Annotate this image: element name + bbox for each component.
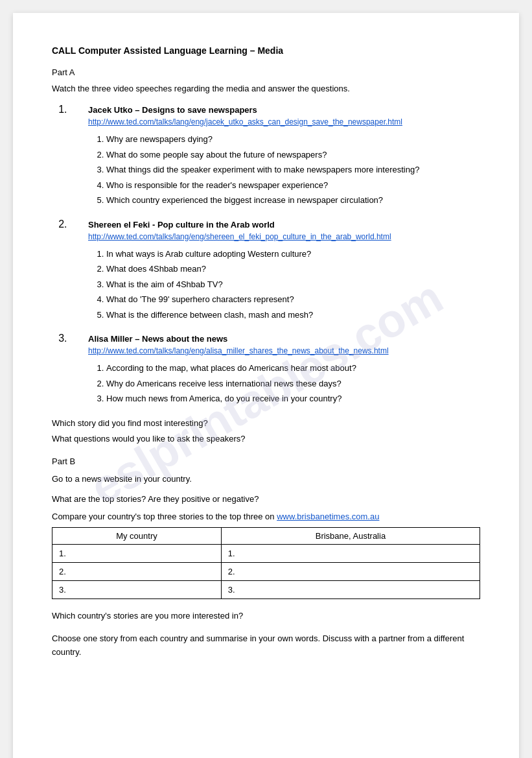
topics-list: Jacek Utko – Designs to save newspapers …: [52, 104, 480, 405]
topic-2-link[interactable]: http://www.ted.com/talks/lang/eng/sheree…: [88, 232, 480, 241]
part-b-question2: Which country's stories are you more int…: [52, 610, 480, 623]
part-b-question1: What are the top stories? Are they posit…: [52, 493, 480, 506]
question-item: In what ways is Arab culture adopting We…: [106, 248, 480, 261]
topic-2: Shereen el Feki - Pop culture in the Ara…: [70, 219, 480, 322]
table-cell: 1.: [221, 545, 480, 563]
table-header-my-country: My country: [52, 528, 222, 545]
question-item: Who is responsible for the reader's news…: [106, 179, 480, 192]
topic-3-questions: According to the map, what places do Ame…: [106, 362, 480, 405]
table-row: 3. 3.: [52, 581, 480, 599]
table-cell: 2.: [221, 563, 480, 581]
question-item: What is the aim of 4Shbab TV?: [106, 278, 480, 291]
question-item: Why do Americans receive less internatio…: [106, 377, 480, 390]
table-cell: 1.: [52, 545, 222, 563]
part-b-instruction: Go to a news website in your country.: [52, 473, 480, 486]
table-cell: 2.: [52, 563, 222, 581]
table-cell: 3.: [221, 581, 480, 599]
part-b-label: Part B: [52, 456, 480, 466]
brisbane-link[interactable]: www.brisbanetimes.com.au: [277, 512, 379, 521]
intro-text: Watch the three video speeches regarding…: [52, 84, 480, 93]
follow-up-2: What questions would you like to ask the…: [52, 432, 480, 446]
topic-2-heading: Shereen el Feki - Pop culture in the Ara…: [88, 220, 480, 230]
question-item: Which country experienced the biggest in…: [106, 194, 480, 207]
question-item: Why are newspapers dying?: [106, 133, 480, 146]
part-b-final: Choose one story from each country and s…: [52, 632, 480, 659]
table-header-brisbane: Brisbane, Australia: [221, 528, 480, 545]
comparison-table: My country Brisbane, Australia 1. 1. 2. …: [52, 527, 480, 599]
question-item: According to the map, what places do Ame…: [106, 362, 480, 375]
part-a-label: Part A: [52, 67, 480, 77]
question-item: What do some people say about the future…: [106, 148, 480, 161]
table-cell: 3.: [52, 581, 222, 599]
topic-1-questions: Why are newspapers dying? What do some p…: [106, 133, 480, 207]
topic-3-link[interactable]: http://www.ted.com/talks/lang/eng/alisa_…: [88, 346, 480, 355]
question-item: What do 'The 99' superhero characters re…: [106, 293, 480, 306]
topic-1-heading: Jacek Utko – Designs to save newspapers: [88, 105, 480, 115]
topic-1: Jacek Utko – Designs to save newspapers …: [70, 104, 480, 207]
table-row: 1. 1.: [52, 545, 480, 563]
topic-2-questions: In what ways is Arab culture adopting We…: [106, 248, 480, 322]
follow-up-1: Which story did you find most interestin…: [52, 417, 480, 431]
part-b-compare-text: Compare your country's top three stories…: [52, 510, 480, 524]
page-title: CALL Computer Assisted Language Learning…: [52, 45, 480, 56]
question-item: What is the difference between clash, ma…: [106, 309, 480, 322]
topic-1-link[interactable]: http://www.ted.com/talks/lang/eng/jacek_…: [88, 117, 480, 126]
topic-3: Alisa Miller – News about the news http:…: [70, 333, 480, 405]
table-row: 2. 2.: [52, 563, 480, 581]
question-item: How much news from America, do you recei…: [106, 392, 480, 405]
compare-text: Compare your country's top three stories…: [52, 512, 275, 521]
page: eslprintables.com CALL Computer Assisted…: [13, 13, 519, 758]
topic-3-heading: Alisa Miller – News about the news: [88, 334, 480, 344]
question-item: What does 4Shbab mean?: [106, 263, 480, 276]
question-item: What things did the speaker experiment w…: [106, 163, 480, 176]
